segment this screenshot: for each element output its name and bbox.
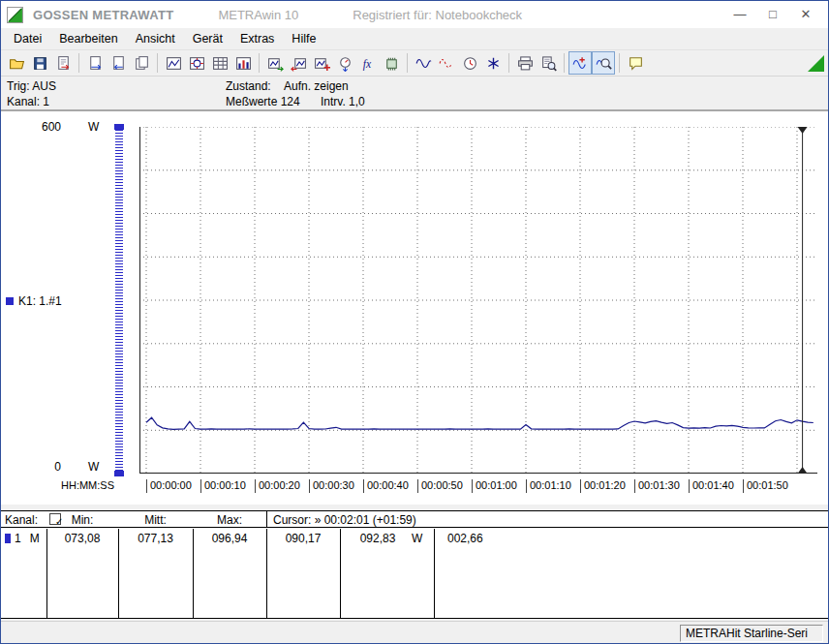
toolbar-button-chart-add[interactable]	[310, 51, 333, 75]
close-button[interactable]: ✕	[789, 1, 822, 28]
zoom-lens-icon	[596, 55, 612, 72]
minimize-button[interactable]: —	[723, 1, 756, 28]
app-window: GOSSEN METRAWATT METRAwin 10 Registriert…	[0, 0, 829, 644]
memory-chip-icon	[384, 55, 400, 72]
menu-hilfe[interactable]: Hilfe	[283, 30, 324, 47]
chart-import-icon	[291, 55, 307, 72]
x-axis-label: 00:00:10	[200, 479, 246, 493]
pages-icon	[134, 55, 150, 72]
menu-bar: DateiBearbeitenAnsichtGerätExtrasHilfe	[1, 28, 828, 49]
toolbar-button-export-file[interactable]	[51, 51, 75, 75]
page-out-icon	[87, 55, 104, 72]
channel-mode: M	[30, 532, 40, 545]
menu-bearbeiten[interactable]: Bearbeiten	[50, 30, 126, 47]
toolbar-button-zoom-wave[interactable]	[568, 51, 592, 75]
wave-dotted-icon	[439, 55, 455, 72]
toolbar-button-view-meter[interactable]	[185, 51, 208, 75]
app-logo-icon	[7, 7, 23, 23]
note-icon	[628, 55, 644, 72]
header-min: Min:	[46, 513, 118, 527]
toolbar-button-wave-dotted[interactable]	[435, 51, 458, 75]
title-bar: GOSSEN METRAWATT METRAwin 10 Registriert…	[1, 1, 828, 28]
toolbar-button-chart-import[interactable]	[287, 51, 310, 75]
channel-color-marker	[5, 534, 11, 543]
toolbar-button-print-preview[interactable]	[537, 51, 560, 75]
toolbar-separator	[157, 53, 158, 73]
cursor-handle-top[interactable]	[798, 127, 808, 134]
interval-value: Intrv. 1,0	[321, 95, 365, 108]
menu-extras[interactable]: Extras	[231, 30, 283, 47]
mean-value: 077,13	[118, 532, 193, 545]
power-plot[interactable]	[139, 127, 817, 474]
x-axis-label: 00:00:00	[146, 479, 192, 493]
toolbar-button-view-curve[interactable]	[162, 51, 185, 75]
title-brand: GOSSEN METRAWATT	[33, 8, 173, 22]
print-icon	[517, 55, 534, 72]
title-app-name: METRAwin 10	[218, 8, 298, 22]
x-axis-label: 00:00:50	[417, 479, 463, 493]
toolbar-button-view-bars[interactable]	[231, 51, 255, 75]
toolbar-button-chart-export[interactable]	[263, 51, 287, 75]
toolbar-button-page-out[interactable]	[83, 51, 107, 75]
x-axis-label: 00:01:40	[689, 479, 734, 493]
header-max: Max:	[193, 513, 266, 527]
channel-color-marker	[6, 297, 14, 305]
toolbar-separator	[259, 53, 260, 73]
view-bars-icon	[235, 55, 252, 72]
view-curve-icon	[166, 55, 182, 72]
channel-legend: K1: 1.#1	[6, 294, 62, 308]
menu-geraet[interactable]: Gerät	[184, 30, 231, 47]
x-axis-label: 00:01:50	[743, 479, 788, 493]
y-axis-ruler	[115, 127, 123, 474]
toolbar-button-pages[interactable]	[130, 51, 153, 75]
toolbar-button-save-file[interactable]	[28, 51, 51, 75]
header-mitt: Mitt:	[118, 513, 193, 527]
menu-ansicht[interactable]: Ansicht	[127, 30, 184, 47]
meter-download-icon	[337, 55, 353, 72]
x-axis-label: 00:00:20	[255, 479, 300, 493]
channel-status: Kanal: 1	[7, 95, 49, 108]
open-file-icon	[9, 55, 25, 72]
y-axis-max-label: 600	[34, 120, 61, 134]
x-axis-label: 00:00:40	[363, 479, 409, 493]
state-value: Aufn. zeigen	[284, 79, 349, 93]
status-panel: Trig: AUS Kanal: 1 Zustand: Aufn. zeigen…	[1, 77, 828, 111]
x-axis-title: HH:MM:SS	[61, 479, 114, 491]
chart-export-icon	[267, 55, 284, 72]
toolbar: fx	[1, 49, 828, 77]
x-axis-label: 00:01:30	[634, 479, 680, 493]
toolbar-separator	[564, 53, 565, 73]
toolbar-button-formula[interactable]: fx	[356, 51, 380, 75]
header-kanal: Kanal:	[5, 513, 38, 527]
toolbar-button-view-table[interactable]	[208, 51, 231, 75]
toolbar-button-meter-download[interactable]	[333, 51, 356, 75]
y-axis-min-label: 0	[34, 460, 61, 474]
toolbar-button-note[interactable]	[624, 51, 647, 75]
chart-add-icon	[314, 55, 330, 72]
toolbar-button-star[interactable]	[481, 51, 505, 75]
maximize-button[interactable]: □	[756, 1, 789, 28]
export-file-icon	[55, 55, 72, 72]
y-axis-unit-top: W	[88, 120, 99, 134]
cursor-handle-bottom[interactable]	[798, 467, 808, 474]
toolbar-button-print[interactable]	[513, 51, 537, 75]
header-cursor-position: Cursor: » 00:02:01 (+01:59)	[273, 513, 416, 527]
clock-icon	[462, 55, 478, 72]
toolbar-separator	[407, 53, 408, 73]
toolbar-button-open-file[interactable]	[5, 51, 28, 75]
column-divider	[434, 529, 435, 618]
svg-text:fx: fx	[362, 57, 371, 70]
connection-level-icon	[808, 55, 824, 72]
toolbar-button-page-in[interactable]	[107, 51, 130, 75]
connected-device: METRAHit Starline-Seri	[680, 625, 823, 642]
x-axis-label: 00:01:10	[526, 479, 571, 493]
page-in-icon	[110, 55, 127, 72]
min-value: 073,08	[46, 532, 118, 545]
menu-datei[interactable]: Datei	[5, 30, 50, 47]
value-unit: W	[412, 532, 422, 545]
toolbar-button-memory-chip[interactable]	[380, 51, 403, 75]
toolbar-button-clock[interactable]	[458, 51, 481, 75]
delta-value: 002,66	[447, 532, 483, 545]
toolbar-button-wave[interactable]	[412, 51, 435, 75]
toolbar-button-zoom-lens[interactable]	[592, 51, 615, 75]
